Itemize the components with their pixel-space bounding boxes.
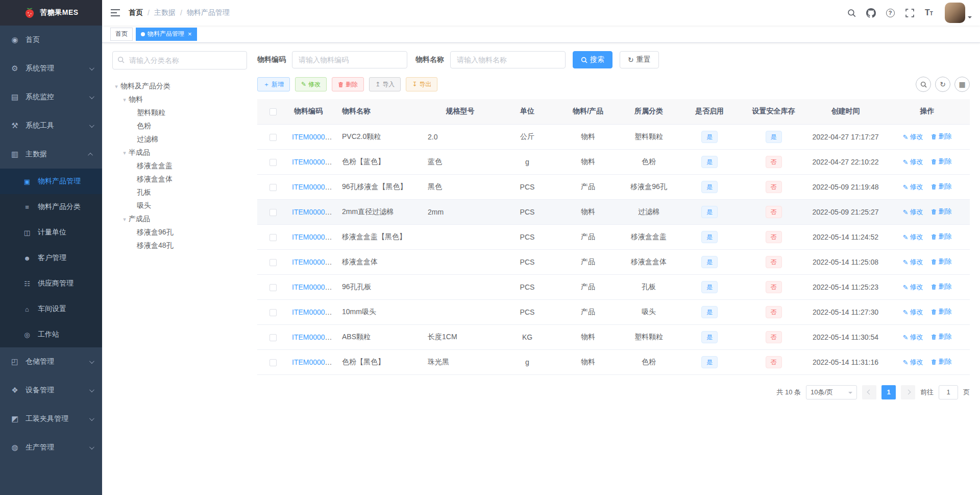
- material-code-link[interactable]: ITEM00000051: [292, 233, 337, 241]
- sidebar-menu-item[interactable]: ▥ 主数据: [0, 140, 102, 169]
- row-edit-button[interactable]: ✎修改: [903, 157, 923, 167]
- row-edit-button[interactable]: ✎修改: [903, 207, 923, 217]
- tab[interactable]: 物料产品管理 ×: [136, 28, 197, 41]
- sidebar-menu-item[interactable]: ⌂ 车间设置: [0, 296, 102, 322]
- row-edit-button[interactable]: ✎修改: [903, 308, 923, 317]
- row-delete-button[interactable]: 删除: [931, 332, 951, 341]
- breadcrumb-item[interactable]: / 物料产品管理: [176, 8, 230, 17]
- row-checkbox[interactable]: [270, 209, 277, 216]
- sidebar-menu-item[interactable]: ▤ 系统监控: [0, 83, 102, 111]
- help-icon[interactable]: ?: [885, 7, 896, 18]
- goto-page-input[interactable]: [939, 385, 958, 399]
- sidebar-menu-item[interactable]: ◩ 工装夹具管理: [0, 405, 102, 433]
- sidebar-menu-item[interactable]: ☻ 客户管理: [0, 245, 102, 271]
- row-delete-button[interactable]: 删除: [931, 282, 951, 291]
- tree-node[interactable]: ▾ 吸头: [112, 199, 247, 213]
- logo[interactable]: 苦糖果MES: [0, 0, 102, 26]
- material-code-link[interactable]: ITEM00000056: [292, 358, 337, 366]
- material-code-link[interactable]: ITEM00000055: [292, 333, 337, 341]
- tree-node[interactable]: ▾ 移液盒盒盖: [112, 159, 247, 173]
- sidebar-menu-item[interactable]: ⚙ 系统管理: [0, 54, 102, 83]
- row-edit-button[interactable]: ✎修改: [903, 232, 923, 242]
- fullscreen-icon[interactable]: [904, 7, 915, 18]
- sidebar-menu-item[interactable]: ◎ 工作站: [0, 322, 102, 347]
- tree-node[interactable]: ▾ 移液盒盒体: [112, 173, 247, 186]
- tab-close-icon[interactable]: ×: [188, 31, 192, 37]
- material-code-link[interactable]: ITEM00000052: [292, 258, 337, 266]
- font-size-icon[interactable]: TT: [923, 7, 935, 18]
- sidebar-menu-item[interactable]: ◍ 生产管理: [0, 433, 102, 462]
- reset-button[interactable]: ↻ 重置: [620, 51, 659, 68]
- row-checkbox[interactable]: [270, 309, 277, 316]
- row-checkbox[interactable]: [270, 134, 277, 141]
- row-delete-button[interactable]: 删除: [931, 257, 951, 266]
- refresh-button[interactable]: ↻: [935, 77, 950, 92]
- material-code-link[interactable]: ITEM00000054: [292, 308, 337, 316]
- material-code-link[interactable]: ITEM00000037: [292, 133, 337, 141]
- tree-node[interactable]: ▾ 物料及产品分类: [112, 80, 247, 93]
- sidebar-menu-item[interactable]: ◫ 计量单位: [0, 220, 102, 245]
- row-checkbox[interactable]: [270, 184, 277, 191]
- sidebar-menu-item[interactable]: ❖ 设备管理: [0, 376, 102, 405]
- user-menu[interactable]: [945, 3, 972, 23]
- delete-button[interactable]: 删除: [332, 77, 364, 91]
- sidebar-menu-item[interactable]: ≡ 物料产品分类: [0, 194, 102, 220]
- hamburger-icon[interactable]: [110, 9, 120, 17]
- header-search-icon[interactable]: [846, 7, 857, 18]
- row-edit-button[interactable]: ✎修改: [903, 132, 923, 142]
- row-delete-button[interactable]: 删除: [931, 182, 951, 191]
- code-filter-input[interactable]: [292, 51, 407, 68]
- tree-node[interactable]: ▾ 孔板: [112, 186, 247, 199]
- next-page-button[interactable]: [901, 385, 915, 399]
- tree-node[interactable]: ▾ 移液盒96孔: [112, 226, 247, 239]
- breadcrumb-item[interactable]: / 首页: [129, 8, 143, 17]
- material-code-link[interactable]: ITEM00000041: [292, 158, 337, 166]
- row-delete-button[interactable]: 删除: [931, 207, 951, 216]
- page-number-button[interactable]: 1: [881, 385, 896, 399]
- row-checkbox[interactable]: [270, 259, 277, 266]
- row-delete-button[interactable]: 删除: [931, 232, 951, 241]
- name-filter-input[interactable]: [450, 51, 566, 68]
- breadcrumb-item[interactable]: / 主数据: [143, 8, 176, 17]
- avatar[interactable]: [945, 3, 965, 23]
- row-edit-button[interactable]: ✎修改: [903, 182, 923, 192]
- material-code-link[interactable]: ITEM00000046: [292, 183, 337, 191]
- prev-page-button[interactable]: [862, 385, 876, 399]
- add-button[interactable]: ＋新增: [257, 77, 290, 91]
- tree-node[interactable]: ▾ 过滤棉: [112, 133, 247, 146]
- row-delete-button[interactable]: 删除: [931, 157, 951, 166]
- tab[interactable]: 首页 ×: [110, 28, 133, 41]
- select-all-checkbox[interactable]: [270, 108, 277, 115]
- tree-node[interactable]: ▾ 半成品: [112, 146, 247, 159]
- row-delete-button[interactable]: 删除: [931, 132, 951, 141]
- row-edit-button[interactable]: ✎修改: [903, 333, 923, 342]
- row-delete-button[interactable]: 删除: [931, 357, 951, 366]
- material-code-link[interactable]: ITEM00000053: [292, 283, 337, 291]
- row-checkbox[interactable]: [270, 334, 277, 341]
- sidebar-menu-item[interactable]: ☷ 供应商管理: [0, 271, 102, 296]
- github-icon[interactable]: [865, 7, 876, 18]
- row-checkbox[interactable]: [270, 234, 277, 241]
- tree-node[interactable]: ▾ 塑料颗粒: [112, 106, 247, 120]
- row-edit-button[interactable]: ✎修改: [903, 257, 923, 267]
- row-delete-button[interactable]: 删除: [931, 307, 951, 316]
- row-checkbox[interactable]: [270, 359, 277, 366]
- import-button[interactable]: ↥导入: [369, 77, 401, 91]
- tree-node[interactable]: ▾ 产成品: [112, 213, 247, 226]
- search-button[interactable]: 搜索: [573, 51, 612, 68]
- sidebar-menu-item[interactable]: ◉ 首页: [0, 26, 102, 54]
- sidebar-menu-item[interactable]: ▣ 物料产品管理: [0, 169, 102, 194]
- tree-node[interactable]: ▾ 物料: [112, 93, 247, 106]
- export-button[interactable]: ↧导出: [406, 77, 437, 91]
- edit-button[interactable]: ✎修改: [295, 77, 327, 91]
- columns-button[interactable]: ▦: [954, 77, 970, 92]
- material-code-link[interactable]: ITEM00000049: [292, 208, 337, 216]
- tree-node[interactable]: ▾ 移液盒48孔: [112, 239, 247, 252]
- row-checkbox[interactable]: [270, 284, 277, 291]
- row-edit-button[interactable]: ✎修改: [903, 358, 923, 367]
- toggle-search-button[interactable]: [916, 77, 931, 92]
- page-size-select[interactable]: 10条/页: [806, 385, 857, 399]
- sidebar-menu-item[interactable]: ◰ 仓储管理: [0, 347, 102, 376]
- tree-search-input[interactable]: [112, 51, 247, 69]
- row-checkbox[interactable]: [270, 159, 277, 166]
